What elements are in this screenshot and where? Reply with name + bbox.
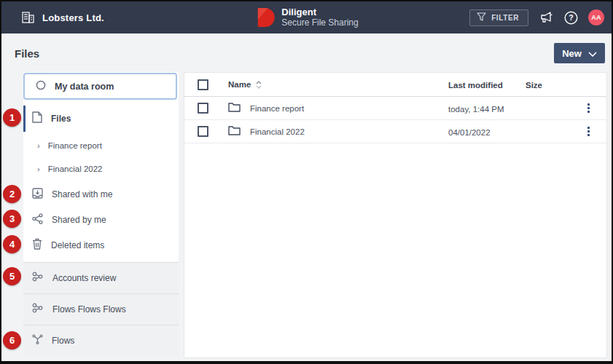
diligent-logo-icon	[254, 7, 275, 28]
share-icon	[32, 213, 43, 227]
announcements-icon[interactable]	[539, 10, 553, 25]
company-area: Lobsters Ltd.	[1, 10, 104, 25]
brand-text: Diligent Secure File Sharing	[281, 7, 358, 28]
avatar[interactable]: AA	[588, 9, 604, 25]
inbox-icon	[32, 188, 43, 202]
sidebar-item-files[interactable]: Files	[23, 106, 179, 132]
sidebar-item-label: Flows	[52, 336, 74, 346]
filter-button[interactable]: FILTER	[469, 9, 528, 26]
folder-icon	[228, 102, 241, 115]
folder-label: Finance report	[48, 141, 102, 150]
funnel-icon	[477, 12, 486, 23]
app-window: Lobsters Ltd. Diligent Secure File Shari…	[0, 0, 613, 364]
annotation-badge-5: 5	[3, 267, 21, 285]
brand-logo: Diligent Secure File Sharing	[254, 1, 358, 33]
company-name: Lobsters Ltd.	[42, 12, 104, 23]
sidebar-item-deleted-items[interactable]: Deleted items	[23, 235, 179, 256]
column-header-name[interactable]: Name	[228, 80, 251, 89]
folder-label: Financial 2022	[48, 165, 103, 173]
sidebar: My data room Files › Finance report › Fi…	[23, 72, 179, 356]
file-name[interactable]: Finance report	[250, 104, 304, 113]
table-row[interactable]: Finance report today, 1:44 PM	[184, 97, 606, 120]
chevron-right-icon[interactable]: ›	[37, 165, 40, 173]
sidebar-item-shared-with-me[interactable]: Shared with me	[23, 184, 179, 205]
trash-icon	[32, 238, 42, 253]
column-header-last-modified[interactable]: Last modified	[448, 81, 503, 90]
chevron-right-icon[interactable]: ›	[37, 142, 40, 150]
row-menu-icon[interactable]	[585, 100, 593, 116]
sidebar-item-shared-by-me[interactable]: Shared by me	[23, 210, 179, 230]
nodes-icon	[32, 272, 44, 285]
annotation-badge-4: 4	[3, 235, 21, 253]
sidebar-item-label: Files	[51, 114, 71, 124]
file-table: Name Last modified Size	[184, 72, 607, 358]
sidebar-item-accounts-review[interactable]: Accounts review	[23, 262, 179, 293]
annotation-badge-2: 2	[3, 185, 21, 203]
sidebar-item-label: Accounts review	[52, 273, 116, 283]
sidebar-item-label: Shared with me	[52, 189, 112, 199]
row-checkbox[interactable]	[198, 126, 208, 137]
sidebar-folder-financial-2022[interactable]: › Financial 2022	[23, 159, 179, 178]
circle-icon	[36, 80, 46, 93]
file-icon	[32, 111, 42, 126]
row-menu-icon[interactable]	[585, 124, 593, 139]
annotation-badge-3: 3	[3, 210, 21, 228]
last-modified-value: 04/01/2022	[448, 128, 491, 137]
sort-icon[interactable]	[256, 81, 262, 89]
sidebar-item-flows-flows-flows[interactable]: Flows Flows Flows	[23, 293, 179, 325]
nodes-icon	[32, 303, 44, 316]
table-row[interactable]: Financial 2022 04/01/2022	[184, 120, 606, 143]
brand-product: Secure File Sharing	[281, 17, 358, 28]
sidebar-item-label: My data room	[55, 82, 114, 92]
sidebar-item-label: Shared by me	[52, 215, 106, 225]
sidebar-item-label: Deleted items	[51, 240, 104, 250]
sidebar-item-my-data-room[interactable]: My data room	[23, 73, 177, 100]
row-checkbox[interactable]	[198, 103, 208, 114]
building-icon	[20, 10, 35, 25]
last-modified-value: today, 1:44 PM	[448, 105, 504, 114]
filter-label: FILTER	[491, 14, 519, 22]
new-button-label: New	[562, 48, 582, 59]
folder-icon	[228, 125, 241, 138]
sidebar-item-label: Flows Flows Flows	[52, 304, 126, 314]
file-name[interactable]: Financial 2022	[250, 127, 305, 136]
chevron-down-icon	[588, 48, 597, 59]
active-indicator	[23, 106, 26, 132]
annotation-badge-6: 6	[3, 331, 21, 349]
sidebar-folder-finance-report[interactable]: › Finance report	[23, 136, 179, 155]
page-title: Files	[15, 47, 39, 60]
table-header-row: Name Last modified Size	[184, 73, 606, 97]
flow-junction-icon	[32, 334, 43, 347]
sidebar-item-flows[interactable]: Flows	[23, 325, 179, 356]
top-bar: Lobsters Ltd. Diligent Secure File Shari…	[1, 1, 612, 33]
select-all-checkbox[interactable]	[198, 79, 208, 90]
column-header-size[interactable]: Size	[526, 81, 542, 90]
help-icon[interactable]: ?	[563, 10, 578, 25]
annotation-badge-1: 1	[3, 108, 21, 127]
new-button[interactable]: New	[554, 43, 605, 63]
svg-text:?: ?	[569, 13, 573, 22]
topbar-actions: FILTER ? AA	[469, 9, 612, 26]
brand-name: Diligent	[281, 7, 358, 17]
